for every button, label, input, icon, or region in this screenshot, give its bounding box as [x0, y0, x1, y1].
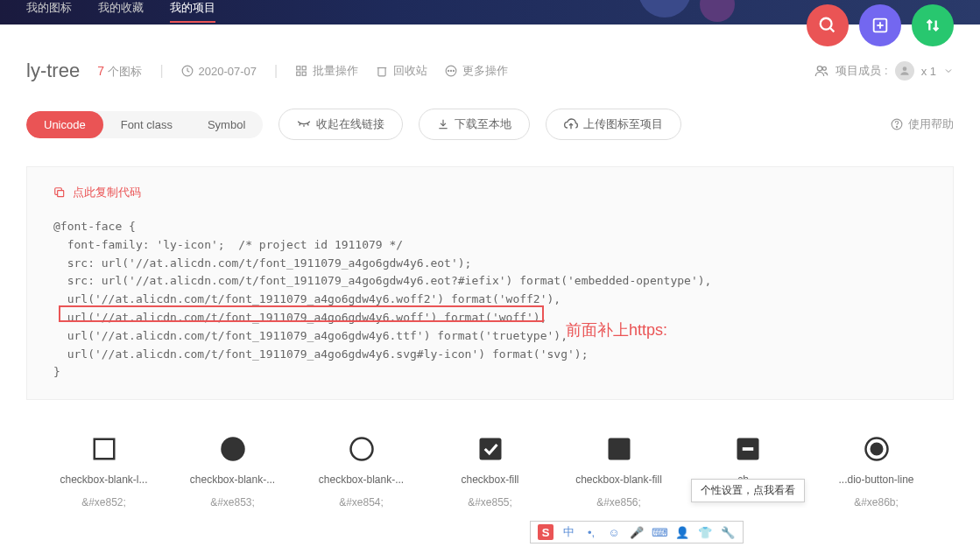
more-operations[interactable]: 更多操作	[445, 63, 508, 79]
upload-cloud-icon	[564, 118, 578, 130]
icon-code: &#xe86b;	[854, 496, 899, 508]
tab-unicode[interactable]: Unicode	[26, 111, 103, 138]
nav-tab-my-projects[interactable]: 我的项目	[170, 0, 215, 23]
icon-name: checkbox-blank-fill	[575, 473, 662, 486]
batch-icon	[295, 65, 307, 77]
checkbox-fill-icon	[476, 435, 504, 463]
more-icon	[445, 65, 457, 77]
svg-point-0	[821, 18, 832, 30]
checkbox-blank-fill-icon	[605, 435, 633, 463]
add-icon	[871, 16, 890, 35]
nav-tab-my-favorites[interactable]: 我的收藏	[98, 0, 144, 23]
svg-rect-31	[608, 438, 630, 460]
recycle-bin[interactable]: 回收站	[376, 63, 427, 79]
svg-point-17	[823, 67, 827, 70]
annotation-text: 前面补上https:	[566, 318, 667, 343]
code-panel: 点此复制代码 @font-face { font-family: 'ly-ico…	[26, 166, 954, 400]
float-buttons	[807, 4, 954, 46]
project-members[interactable]: 项目成员 : x 1	[814, 61, 954, 81]
ime-logo-icon[interactable]: S	[538, 524, 553, 540]
svg-rect-8	[297, 67, 300, 70]
top-header: 我的图标 我的收藏 我的项目	[0, 0, 980, 25]
trash-icon	[376, 65, 388, 77]
svg-point-15	[454, 70, 455, 71]
ime-voice-icon[interactable]: 🎤	[629, 524, 645, 540]
help-icon	[891, 118, 903, 130]
chevron-down-icon	[943, 66, 954, 76]
nav-tabs: 我的图标 我的收藏 我的项目	[26, 0, 215, 23]
code-block[interactable]: @font-face { font-family: 'ly-icon'; /* …	[53, 218, 927, 382]
tab-fontclass[interactable]: Font class	[103, 111, 190, 138]
checkbox-blank-circle-line-icon	[348, 435, 376, 463]
svg-point-35	[871, 444, 882, 455]
main-content: ly-tree 7 个图标 | 2020-07-07 | 批量操作 回收站 更多…	[0, 25, 980, 543]
icon-name: checkbox-blank-...	[319, 473, 404, 486]
members-icon	[814, 64, 828, 78]
ime-skin-icon[interactable]: 👕	[697, 524, 713, 540]
icon-item[interactable]: checkbox-blank-... &#xe853;	[180, 435, 286, 508]
ime-toolbar[interactable]: S 中 •, ☺ 🎤 ⌨ 👤 👕 🔧	[530, 521, 744, 543]
svg-line-19	[300, 123, 300, 125]
download-button[interactable]: 下载至本地	[419, 109, 530, 140]
icon-item[interactable]: checkbox-blank-fill &#xe856;	[567, 435, 672, 508]
copy-icon	[53, 186, 66, 199]
ime-punct-icon[interactable]: •,	[583, 524, 599, 540]
collapse-link-button[interactable]: 收起在线链接	[278, 109, 403, 140]
add-button[interactable]	[859, 4, 901, 46]
icon-code: &#xe855;	[468, 496, 512, 508]
icon-name: checkbox-blank-...	[190, 473, 275, 486]
download-icon	[437, 118, 449, 130]
help-link[interactable]: 使用帮助	[891, 116, 954, 132]
svg-point-16	[818, 67, 822, 71]
ime-lang[interactable]: 中	[561, 524, 576, 540]
svg-point-18	[902, 67, 906, 71]
svg-point-25	[896, 126, 897, 127]
svg-line-1	[830, 28, 835, 32]
svg-rect-26	[58, 191, 64, 197]
icon-item[interactable]: ...dio-button-line &#xe86b;	[824, 435, 929, 508]
icon-item[interactable]: checkbox-blank-... &#xe854;	[309, 435, 414, 508]
eye-close-icon	[297, 120, 311, 129]
ime-toolbox-icon[interactable]: 🔧	[720, 524, 736, 540]
svg-line-21	[307, 123, 308, 125]
search-button[interactable]	[807, 4, 849, 46]
avatar	[895, 61, 914, 81]
icon-name: checkbox-fill	[461, 473, 518, 486]
clock-icon	[181, 65, 194, 77]
ime-keyboard-icon[interactable]: ⌨	[652, 524, 667, 540]
batch-operation[interactable]: 批量操作	[295, 63, 358, 79]
svg-point-14	[451, 70, 452, 71]
separator: |	[159, 63, 163, 79]
svg-rect-10	[297, 72, 300, 75]
project-icon-count: 7 个图标	[97, 63, 142, 80]
project-date: 2020-07-07	[181, 65, 257, 78]
icon-name: ...dio-button-line	[838, 473, 913, 486]
icon-code: &#xe854;	[339, 496, 384, 508]
search-icon	[818, 16, 837, 35]
copy-code-link[interactable]: 点此复制代码	[53, 185, 927, 200]
icon-item[interactable]: checkbox-blank-l... &#xe852;	[52, 435, 157, 508]
tab-symbol[interactable]: Symbol	[190, 111, 263, 138]
radio-button-line-icon	[863, 435, 891, 463]
icon-name: checkbox-blank-l...	[60, 473, 147, 486]
project-title: ly-tree	[26, 60, 80, 82]
ime-user-icon[interactable]: 👤	[674, 524, 690, 540]
svg-rect-9	[302, 67, 306, 70]
checkbox-indeterminate-icon	[734, 435, 762, 463]
svg-rect-30	[479, 438, 501, 460]
ime-tooltip: 个性设置，点我看看	[691, 479, 805, 502]
sort-icon	[923, 16, 942, 35]
icon-code: &#xe852;	[81, 496, 126, 508]
svg-point-28	[221, 437, 245, 461]
checkbox-blank-line-icon	[90, 435, 118, 463]
icon-code: &#xe853;	[210, 496, 255, 508]
project-info-row: ly-tree 7 个图标 | 2020-07-07 | 批量操作 回收站 更多…	[26, 60, 954, 82]
svg-rect-11	[302, 72, 306, 75]
icon-item[interactable]: ch... 个性设置，点我看看	[695, 435, 800, 508]
nav-tab-my-icons[interactable]: 我的图标	[26, 0, 72, 23]
sort-button[interactable]	[912, 4, 954, 46]
icon-item[interactable]: checkbox-fill &#xe855;	[438, 435, 543, 508]
upload-button[interactable]: 上传图标至项目	[546, 109, 681, 140]
format-tabs: Unicode Font class Symbol	[26, 111, 263, 138]
ime-emoji-icon[interactable]: ☺	[606, 524, 622, 540]
